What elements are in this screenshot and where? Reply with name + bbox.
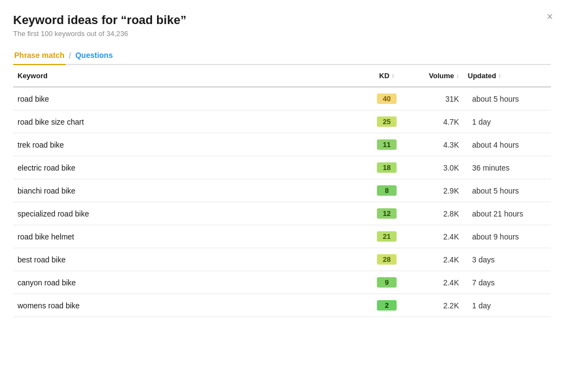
table-row: road bike helmet212.4Kabout 9 hours [13,225,551,248]
cell-updated: 7 days [463,271,551,294]
cell-kd: 18 [365,156,409,179]
cell-kd: 21 [365,225,409,248]
cell-keyword: best road bike [13,248,365,271]
col-header-updated[interactable]: Updated ↕ [463,65,551,87]
page-title: Keyword ideas for “road bike” [13,13,551,27]
cell-updated: 36 minutes [463,156,551,179]
tab-phrase-match[interactable]: Phrase match [13,46,66,65]
tabs-bar: Phrase match / Questions [13,46,551,65]
cell-volume: 2.9K [409,179,463,202]
cell-kd: 12 [365,202,409,225]
cell-kd: 28 [365,248,409,271]
col-header-keyword: Keyword [13,65,365,87]
table-row: bianchi road bike82.9Kabout 5 hours [13,179,551,202]
table-row: road bike size chart254.7K1 day [13,110,551,133]
cell-volume: 2.4K [409,271,463,294]
cell-updated: about 9 hours [463,225,551,248]
cell-updated: 3 days [463,248,551,271]
table-header-row: Keyword KD ↕ Volume ↓ [13,65,551,87]
cell-kd: 40 [365,87,409,110]
table-body: road bike4031Kabout 5 hoursroad bike siz… [13,87,551,317]
kd-sort-icon: ↕ [392,73,394,79]
tab-separator: / [69,51,71,60]
cell-keyword: canyon road bike [13,271,365,294]
cell-kd: 2 [365,294,409,317]
table-row: womens road bike22.2K1 day [13,294,551,317]
volume-sort-icon: ↓ [456,73,459,79]
tab-questions[interactable]: Questions [74,46,114,65]
col-header-volume[interactable]: Volume ↓ [409,65,463,87]
cell-volume: 4.7K [409,110,463,133]
cell-updated: 1 day [463,110,551,133]
cell-keyword: road bike size chart [13,110,365,133]
cell-updated: about 4 hours [463,133,551,156]
cell-keyword: specialized road bike [13,202,365,225]
cell-kd: 25 [365,110,409,133]
keywords-table: Keyword KD ↕ Volume ↓ [13,65,551,317]
cell-keyword: bianchi road bike [13,179,365,202]
table-row: canyon road bike92.4K7 days [13,271,551,294]
cell-keyword: road bike helmet [13,225,365,248]
cell-volume: 2.8K [409,202,463,225]
cell-updated: about 21 hours [463,202,551,225]
table-row: specialized road bike122.8Kabout 21 hour… [13,202,551,225]
cell-kd: 8 [365,179,409,202]
cell-updated: about 5 hours [463,87,551,110]
updated-sort-icon: ↕ [498,73,501,79]
main-container: × Keyword ideas for “road bike” The firs… [0,0,564,392]
cell-keyword: womens road bike [13,294,365,317]
cell-kd: 9 [365,271,409,294]
table-row: road bike4031Kabout 5 hours [13,87,551,110]
cell-keyword: trek road bike [13,133,365,156]
cell-volume: 4.3K [409,133,463,156]
cell-kd: 11 [365,133,409,156]
table-row: electric road bike183.0K36 minutes [13,156,551,179]
cell-volume: 2.2K [409,294,463,317]
cell-volume: 2.4K [409,248,463,271]
cell-volume: 3.0K [409,156,463,179]
cell-keyword: electric road bike [13,156,365,179]
cell-keyword: road bike [13,87,365,110]
col-header-kd[interactable]: KD ↕ [365,65,409,87]
close-button[interactable]: × [546,11,553,22]
cell-volume: 2.4K [409,225,463,248]
table-row: best road bike282.4K3 days [13,248,551,271]
cell-volume: 31K [409,87,463,110]
subtitle: The first 100 keywords out of 34,236 [13,30,551,38]
cell-updated: about 5 hours [463,179,551,202]
cell-updated: 1 day [463,294,551,317]
table-row: trek road bike114.3Kabout 4 hours [13,133,551,156]
